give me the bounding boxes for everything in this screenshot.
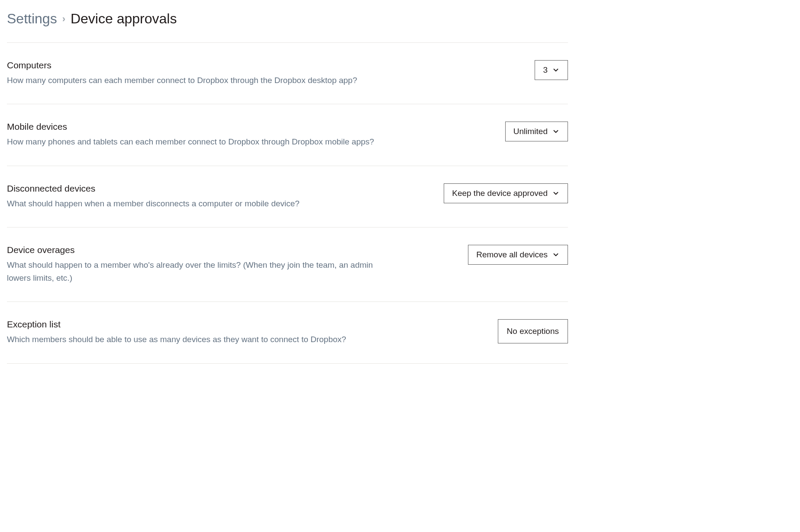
setting-row-mobile: Mobile devices How many phones and table… [7,104,568,166]
device-overages-select-value: Remove all devices [476,250,548,260]
disconnected-devices-select-value: Keep the device approved [452,189,548,198]
chevron-down-icon [552,66,560,74]
setting-row-overages: Device overages What should happen to a … [7,228,568,302]
exception-list-button-label: No exceptions [507,327,559,336]
setting-description: How many computers can each member conne… [7,74,379,87]
breadcrumb: Settings › Device approvals [7,11,568,43]
setting-title: Mobile devices [7,122,379,132]
setting-description: What should happen to a member who's alr… [7,259,379,284]
chevron-down-icon [552,189,560,197]
mobile-devices-select[interactable]: Unlimited [505,122,568,141]
setting-row-computers: Computers How many computers can each me… [7,43,568,104]
computers-select-value: 3 [543,65,548,75]
setting-title: Exception list [7,319,379,330]
setting-row-disconnected: Disconnected devices What should happen … [7,166,568,228]
setting-description: Which members should be able to use as m… [7,333,379,346]
setting-description: How many phones and tablets can each mem… [7,135,379,148]
computers-select[interactable]: 3 [535,60,568,80]
breadcrumb-parent[interactable]: Settings [7,11,57,27]
breadcrumb-separator-icon: › [62,13,65,25]
chevron-down-icon [552,128,560,135]
setting-description: What should happen when a member disconn… [7,197,379,210]
breadcrumb-current: Device approvals [71,11,177,27]
setting-title: Computers [7,60,379,71]
setting-title: Disconnected devices [7,183,379,194]
chevron-down-icon [552,251,560,259]
mobile-devices-select-value: Unlimited [513,127,548,136]
setting-row-exceptions: Exception list Which members should be a… [7,302,568,363]
setting-title: Device overages [7,245,379,255]
device-overages-select[interactable]: Remove all devices [468,245,568,265]
exception-list-button[interactable]: No exceptions [498,319,568,343]
disconnected-devices-select[interactable]: Keep the device approved [444,183,568,203]
